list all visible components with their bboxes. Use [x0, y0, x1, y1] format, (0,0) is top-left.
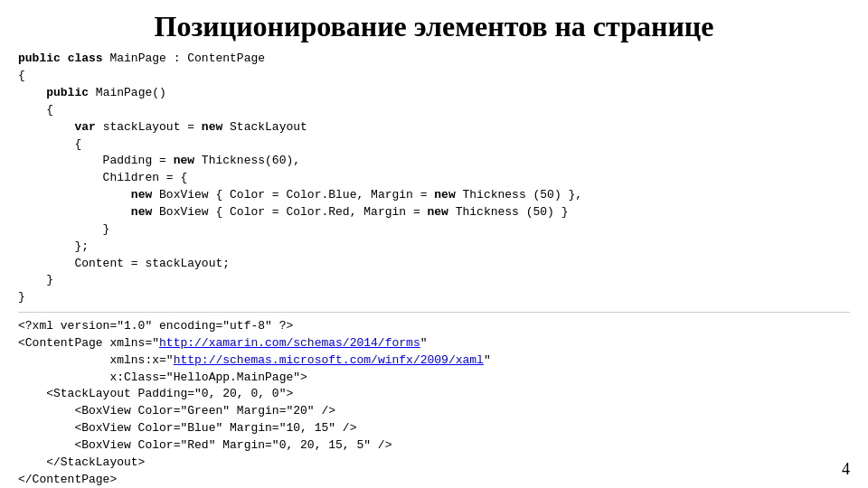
xaml-line-1: <?xml version="1.0" encoding="utf-8" ?> — [18, 319, 293, 333]
section-divider — [18, 312, 850, 313]
cs-line-1: public class MainPage : ContentPage — [18, 52, 265, 65]
csharp-code-block: public class MainPage : ContentPage { pu… — [18, 51, 850, 306]
cs-line-7: Padding = new Thickness(60), — [18, 154, 300, 167]
cs-line-12: }; — [18, 239, 89, 253]
page-number: 4 — [842, 460, 850, 479]
xaml-line-4: x:Class="HelloApp.MainPage"> — [18, 371, 307, 384]
cs-line-14: } — [18, 273, 53, 286]
xaml-line-9: </StackLayout> — [18, 455, 145, 469]
cs-line-6: { — [18, 137, 81, 151]
xaml-code-block: <?xml version="1.0" encoding="utf-8" ?> … — [18, 318, 850, 488]
cs-line-2: { — [18, 69, 25, 82]
xaml-line-3: xmlns:x="http://schemas.microsoft.com/wi… — [18, 353, 491, 367]
xaml-line-5: <StackLayout Padding="0, 20, 0, 0"> — [18, 387, 293, 400]
cs-line-9: new BoxView { Color = Color.Blue, Margin… — [18, 188, 582, 202]
cs-line-10: new BoxView { Color = Color.Red, Margin … — [18, 205, 569, 219]
cs-line-3: public MainPage() — [18, 86, 166, 99]
xmlns-forms-link: http://xamarin.com/schemas/2014/forms — [159, 336, 420, 350]
cs-line-13: Content = stackLayout; — [18, 257, 230, 270]
cs-line-15: } — [18, 290, 25, 304]
cs-line-8: Children = { — [18, 171, 187, 184]
cs-line-4: { — [18, 103, 53, 117]
page-container: Позиционирование элементов на странице p… — [0, 0, 868, 488]
xaml-line-8: <BoxView Color="Red" Margin="0, 20, 15, … — [18, 438, 392, 452]
page-title: Позиционирование элементов на странице — [18, 9, 850, 43]
cs-line-5: var stackLayout = new StackLayout — [18, 120, 307, 134]
xaml-line-2: <ContentPage xmlns="http://xamarin.com/s… — [18, 336, 428, 350]
cs-line-11: } — [18, 222, 109, 236]
xmlns-x-link: http://schemas.microsoft.com/winfx/2009/… — [174, 353, 484, 367]
xaml-line-7: <BoxView Color="Blue" Margin="10, 15" /> — [18, 421, 356, 435]
xaml-line-6: <BoxView Color="Green" Margin="20" /> — [18, 404, 335, 418]
xaml-line-10: </ContentPage> — [18, 473, 117, 486]
